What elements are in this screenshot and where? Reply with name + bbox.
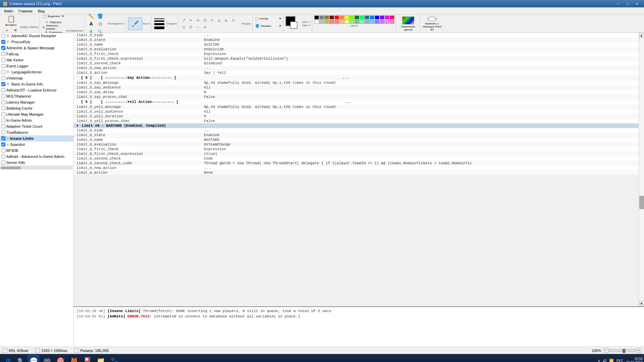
color-rose[interactable] xyxy=(390,20,394,24)
sidebar-check-idlekicker[interactable] xyxy=(1,58,5,62)
sidebar-check-spambot[interactable] xyxy=(1,142,5,146)
color-light-green[interactable] xyxy=(350,20,354,24)
sidebar-check-adminaic[interactable] xyxy=(1,34,5,38)
sidebar-check-adaptiveticket[interactable] xyxy=(1,124,5,128)
shape-arrow2[interactable]: ⇒ xyxy=(202,24,208,31)
menu-file[interactable]: Файл xyxy=(1,8,16,14)
color-pink[interactable] xyxy=(390,15,394,19)
sidebar-check-proconrulz[interactable] xyxy=(1,40,5,44)
v-scroll-thumb[interactable] xyxy=(639,196,644,209)
text-button[interactable]: A xyxy=(87,20,96,27)
color-violet[interactable] xyxy=(380,15,384,19)
minimize-button[interactable]: ─ xyxy=(614,1,623,6)
outline-button[interactable]: ⬚ Контур ▼ xyxy=(255,15,282,22)
v-scroll-track[interactable] xyxy=(639,38,644,301)
color-light-magenta[interactable] xyxy=(385,20,389,24)
color-sky[interactable] xyxy=(370,15,374,19)
select-button[interactable]: ⬚ Выделить ▼ xyxy=(42,13,65,19)
sidebar-check-adkatsadv[interactable] xyxy=(1,155,5,159)
taskbar-time-top[interactable]: 16:56 22.06.2024 xyxy=(626,357,643,362)
scroll-up-button[interactable]: ▲ xyxy=(639,33,644,38)
sidebar-item-languageenforcer[interactable]: ⚙ LanguageEnforcer xyxy=(0,69,73,75)
h-scroll-thumb[interactable] xyxy=(1,167,21,169)
zoom-slider-track[interactable] xyxy=(609,349,636,352)
sidebar-item-battlelogcache[interactable]: Battlelog Cache xyxy=(0,105,73,111)
brush-active-button[interactable]: 🖌️ xyxy=(128,17,142,30)
color-gray1[interactable] xyxy=(319,15,324,19)
sidebar-check-multibalancer[interactable] xyxy=(1,94,5,98)
color-light-yellow[interactable] xyxy=(344,20,349,24)
paint3d-button[interactable]: Изменить с помощью Paint 3D xyxy=(422,16,442,32)
sidebar-item-truebalancer[interactable]: TrueBalancer xyxy=(0,129,73,135)
sidebar-item-serverkills[interactable]: Server Kills xyxy=(0,160,73,166)
color-white[interactable] xyxy=(314,20,319,24)
sidebar-check-ingameadmin[interactable] xyxy=(1,118,5,122)
color-khaki[interactable] xyxy=(324,20,329,24)
h-scroll-track[interactable] xyxy=(1,167,73,169)
color-green[interactable] xyxy=(355,15,359,19)
paste-button[interactable]: 📋 Вставить xyxy=(3,14,19,27)
thickness-4[interactable] xyxy=(154,26,164,29)
copy-button[interactable]: ⧉ xyxy=(11,28,19,33)
sidebar-item-ultimatemapmanager[interactable]: Ultimate Map Manager xyxy=(0,111,73,117)
section-yell-action[interactable]: [ 5 ] [ ----------Yell Action---------- … xyxy=(74,99,639,105)
sidebar-item-adkatsadv[interactable]: AdKats - Advanced In-Game Admin xyxy=(0,154,73,160)
close-button[interactable]: ✕ xyxy=(633,1,641,6)
sidebar-item-idlekicker[interactable]: Idle Kicker xyxy=(0,57,73,63)
color-teal[interactable] xyxy=(365,15,369,19)
fill-dropdown-button[interactable]: 🪣 Заливка ▼ xyxy=(255,23,282,29)
sidebar-item-adkats[interactable]: AdKatsLRT - Loadout Enforcer xyxy=(0,87,73,93)
color-olive[interactable] xyxy=(324,15,329,19)
zoom-slider-thumb[interactable] xyxy=(623,349,625,353)
pencil-button[interactable]: ✏️ xyxy=(87,12,96,20)
shape-rrect[interactable]: ▢ xyxy=(202,17,208,23)
crop-button[interactable]: ✂ Обрезать xyxy=(42,20,65,24)
menu-home[interactable]: Главная xyxy=(16,8,35,14)
cut-button[interactable]: ✂ xyxy=(3,28,11,33)
color-silver[interactable] xyxy=(319,20,324,24)
shape-tri[interactable]: △ xyxy=(216,17,222,23)
shape-arrow1[interactable]: → xyxy=(195,24,201,31)
sidebar-item-bf4db[interactable]: BF4DB xyxy=(0,147,73,154)
search-button-top[interactable]: 🔍 xyxy=(15,355,27,362)
sidebar-item-faillog[interactable]: FailLog xyxy=(0,51,73,57)
sidebar-check-battlelogcache[interactable] xyxy=(1,106,5,110)
maximize-button[interactable]: □ xyxy=(623,1,632,6)
shape-line[interactable]: ╱ xyxy=(180,17,187,23)
color-blue[interactable] xyxy=(375,15,379,19)
expand-icon[interactable]: ∧ xyxy=(598,359,600,362)
color-red[interactable] xyxy=(334,15,339,19)
color-lime[interactable] xyxy=(350,15,354,19)
thickness-1[interactable] xyxy=(154,18,164,19)
sidebar-item-latencymanager[interactable]: Latency Manager xyxy=(0,99,73,105)
start-button-top[interactable]: ⊞ xyxy=(1,355,15,362)
shape-rtri[interactable]: ◺ xyxy=(223,17,229,23)
sidebar-item-xvotemap[interactable]: xVotemap xyxy=(0,75,73,81)
color2-swatch[interactable] xyxy=(290,21,298,29)
shape-diamond[interactable]: ◇ xyxy=(230,17,236,23)
color-peach[interactable] xyxy=(339,20,344,24)
color-mint[interactable] xyxy=(360,20,364,24)
color-aqua[interactable] xyxy=(360,15,364,19)
shape-curve[interactable]: ∿ xyxy=(187,17,194,23)
color-periwinkle[interactable] xyxy=(375,20,379,24)
taskbar-app-game3-top[interactable]: 🎴 xyxy=(81,355,93,362)
color-steel[interactable] xyxy=(365,20,369,24)
color-black[interactable] xyxy=(314,15,319,19)
section-bastard[interactable]: ▼ Limit #6 - BASTARD (Enabled, Compiled) xyxy=(74,123,639,128)
color-magenta[interactable] xyxy=(385,15,389,19)
sidebar-check-ultimatemapmanager[interactable] xyxy=(1,112,5,116)
color-dark-red[interactable] xyxy=(329,15,334,19)
sidebar-check-basicingame[interactable] xyxy=(1,82,5,86)
taskbar-app-game2-top[interactable]: 🎯 xyxy=(54,355,66,362)
sidebar-check-latencymanager[interactable] xyxy=(1,100,5,104)
sidebar-check-insanelimits[interactable] xyxy=(1,136,5,140)
sidebar-check-truebalancer[interactable] xyxy=(1,130,5,134)
sidebar-check-eventlogger[interactable] xyxy=(1,64,5,68)
sidebar-check-bf4db[interactable] xyxy=(1,148,5,153)
shape-pentagon[interactable]: ⬠ xyxy=(180,24,187,31)
sidebar-item-admininln[interactable]: AdminInln & Spawn Message xyxy=(0,45,73,51)
resize-button[interactable]: ⇲ Изменить размер xyxy=(42,25,65,29)
taskbar-app-game1-top[interactable]: 🎮 xyxy=(41,355,53,362)
sidebar-item-basicingame[interactable]: ⚙ Basic In-Game Info xyxy=(0,81,73,87)
